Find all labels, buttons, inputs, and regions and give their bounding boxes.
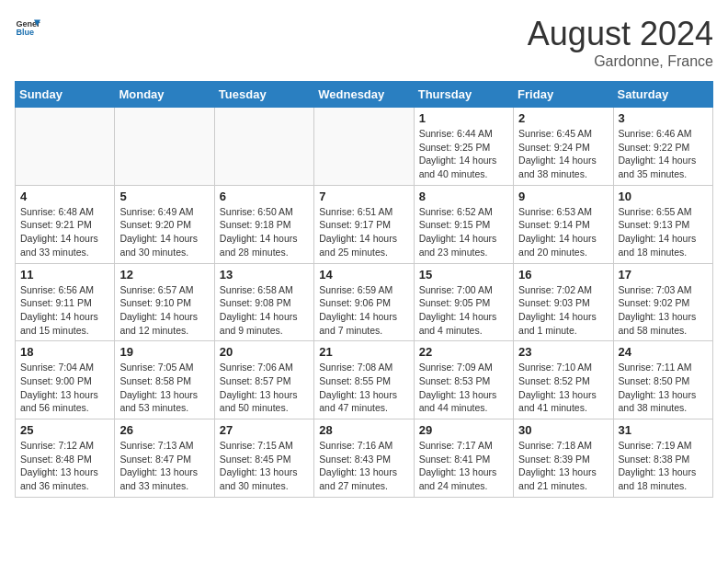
day-number: 9 <box>518 190 608 203</box>
day-number: 18 <box>20 345 109 359</box>
calendar-week-row: 1Sunrise: 6:44 AM Sunset: 9:25 PM Daylig… <box>16 108 713 186</box>
day-number: 29 <box>419 423 508 437</box>
day-number: 30 <box>518 423 608 437</box>
day-info: Sunrise: 7:08 AM Sunset: 8:55 PM Dayligh… <box>319 361 408 415</box>
table-row: 21Sunrise: 7:08 AM Sunset: 8:55 PM Dayli… <box>314 341 414 419</box>
table-row: 6Sunrise: 6:50 AM Sunset: 9:18 PM Daylig… <box>214 185 313 263</box>
day-info: Sunrise: 7:04 AM Sunset: 9:00 PM Dayligh… <box>20 361 109 415</box>
month-title: August 2024 <box>528 15 713 53</box>
calendar-week-row: 18Sunrise: 7:04 AM Sunset: 9:00 PM Dayli… <box>16 341 713 419</box>
day-info: Sunrise: 6:46 AM Sunset: 9:22 PM Dayligh… <box>619 127 708 181</box>
day-info: Sunrise: 7:10 AM Sunset: 8:52 PM Dayligh… <box>518 361 608 415</box>
day-number: 26 <box>119 423 209 437</box>
day-number: 7 <box>319 190 408 203</box>
day-number: 25 <box>20 423 109 437</box>
day-number: 31 <box>619 423 708 437</box>
day-number: 28 <box>319 423 408 437</box>
header-saturday: Saturday <box>613 82 712 108</box>
day-info: Sunrise: 7:00 AM Sunset: 9:05 PM Dayligh… <box>419 283 508 338</box>
day-info: Sunrise: 6:51 AM Sunset: 9:17 PM Dayligh… <box>319 205 408 259</box>
table-row: 8Sunrise: 6:52 AM Sunset: 9:15 PM Daylig… <box>414 185 513 263</box>
day-info: Sunrise: 7:16 AM Sunset: 8:43 PM Dayligh… <box>319 439 408 493</box>
day-number: 22 <box>419 345 508 359</box>
svg-text:Blue: Blue <box>16 28 34 37</box>
day-info: Sunrise: 7:19 AM Sunset: 8:38 PM Dayligh… <box>619 439 708 493</box>
table-row: 19Sunrise: 7:05 AM Sunset: 8:58 PM Dayli… <box>115 341 214 419</box>
day-info: Sunrise: 6:57 AM Sunset: 9:10 PM Dayligh… <box>119 283 209 338</box>
day-number: 4 <box>20 190 109 203</box>
day-info: Sunrise: 6:44 AM Sunset: 9:25 PM Dayligh… <box>419 127 508 181</box>
day-info: Sunrise: 7:02 AM Sunset: 9:03 PM Dayligh… <box>518 283 608 338</box>
day-number: 1 <box>419 111 508 125</box>
day-number: 13 <box>220 268 309 282</box>
day-info: Sunrise: 7:17 AM Sunset: 8:41 PM Dayligh… <box>419 439 508 493</box>
day-info: Sunrise: 6:45 AM Sunset: 9:24 PM Dayligh… <box>518 127 608 181</box>
header-friday: Friday <box>514 82 613 108</box>
day-number: 17 <box>619 268 708 282</box>
table-row: 18Sunrise: 7:04 AM Sunset: 9:00 PM Dayli… <box>16 341 115 419</box>
day-info: Sunrise: 6:58 AM Sunset: 9:08 PM Dayligh… <box>220 283 309 338</box>
table-row: 14Sunrise: 6:59 AM Sunset: 9:06 PM Dayli… <box>314 263 414 341</box>
day-info: Sunrise: 7:11 AM Sunset: 8:50 PM Dayligh… <box>619 361 708 415</box>
table-row: 26Sunrise: 7:13 AM Sunset: 8:47 PM Dayli… <box>115 419 214 498</box>
table-row: 3Sunrise: 6:46 AM Sunset: 9:22 PM Daylig… <box>613 108 712 186</box>
header-monday: Monday <box>115 82 214 108</box>
table-row: 22Sunrise: 7:09 AM Sunset: 8:53 PM Dayli… <box>414 341 513 419</box>
day-number: 3 <box>619 111 708 125</box>
day-info: Sunrise: 7:09 AM Sunset: 8:53 PM Dayligh… <box>419 361 508 415</box>
table-row: 16Sunrise: 7:02 AM Sunset: 9:03 PM Dayli… <box>514 263 613 341</box>
day-number: 23 <box>518 345 608 359</box>
day-number: 14 <box>319 268 408 282</box>
table-row <box>314 108 414 186</box>
table-row: 20Sunrise: 7:06 AM Sunset: 8:57 PM Dayli… <box>214 341 313 419</box>
table-row: 9Sunrise: 6:53 AM Sunset: 9:14 PM Daylig… <box>514 185 613 263</box>
logo-icon: General Blue <box>15 15 40 40</box>
day-number: 11 <box>20 268 109 282</box>
location: Gardonne, France <box>528 53 713 70</box>
logo: General Blue <box>15 15 40 40</box>
day-info: Sunrise: 6:52 AM Sunset: 9:15 PM Dayligh… <box>419 205 508 259</box>
calendar-week-row: 11Sunrise: 6:56 AM Sunset: 9:11 PM Dayli… <box>16 263 713 341</box>
calendar-table: Sunday Monday Tuesday Wednesday Thursday… <box>15 81 713 498</box>
day-number: 12 <box>119 268 209 282</box>
header-sunday: Sunday <box>16 82 115 108</box>
day-info: Sunrise: 6:48 AM Sunset: 9:21 PM Dayligh… <box>20 205 109 259</box>
day-info: Sunrise: 7:03 AM Sunset: 9:02 PM Dayligh… <box>619 283 708 338</box>
day-number: 19 <box>119 345 209 359</box>
table-row: 28Sunrise: 7:16 AM Sunset: 8:43 PM Dayli… <box>314 419 414 498</box>
table-row: 29Sunrise: 7:17 AM Sunset: 8:41 PM Dayli… <box>414 419 513 498</box>
day-number: 5 <box>119 190 209 203</box>
day-number: 16 <box>518 268 608 282</box>
day-info: Sunrise: 7:12 AM Sunset: 8:48 PM Dayligh… <box>20 439 109 493</box>
calendar-week-row: 4Sunrise: 6:48 AM Sunset: 9:21 PM Daylig… <box>16 185 713 263</box>
page-header: General Blue August 2024 Gardonne, Franc… <box>15 15 713 70</box>
header-thursday: Thursday <box>414 82 513 108</box>
table-row: 24Sunrise: 7:11 AM Sunset: 8:50 PM Dayli… <box>613 341 712 419</box>
day-info: Sunrise: 7:15 AM Sunset: 8:45 PM Dayligh… <box>220 439 309 493</box>
table-row: 17Sunrise: 7:03 AM Sunset: 9:02 PM Dayli… <box>613 263 712 341</box>
table-row: 12Sunrise: 6:57 AM Sunset: 9:10 PM Dayli… <box>115 263 214 341</box>
day-info: Sunrise: 6:53 AM Sunset: 9:14 PM Dayligh… <box>518 205 608 259</box>
day-number: 20 <box>220 345 309 359</box>
title-area: August 2024 Gardonne, France <box>528 15 713 70</box>
table-row: 2Sunrise: 6:45 AM Sunset: 9:24 PM Daylig… <box>514 108 613 186</box>
header-wednesday: Wednesday <box>314 82 414 108</box>
table-row: 10Sunrise: 6:55 AM Sunset: 9:13 PM Dayli… <box>613 185 712 263</box>
day-number: 2 <box>518 111 608 125</box>
day-info: Sunrise: 6:59 AM Sunset: 9:06 PM Dayligh… <box>319 283 408 338</box>
day-info: Sunrise: 6:56 AM Sunset: 9:11 PM Dayligh… <box>20 283 109 338</box>
table-row: 15Sunrise: 7:00 AM Sunset: 9:05 PM Dayli… <box>414 263 513 341</box>
header-tuesday: Tuesday <box>214 82 313 108</box>
table-row: 30Sunrise: 7:18 AM Sunset: 8:39 PM Dayli… <box>514 419 613 498</box>
table-row: 25Sunrise: 7:12 AM Sunset: 8:48 PM Dayli… <box>16 419 115 498</box>
table-row: 23Sunrise: 7:10 AM Sunset: 8:52 PM Dayli… <box>514 341 613 419</box>
table-row: 27Sunrise: 7:15 AM Sunset: 8:45 PM Dayli… <box>214 419 313 498</box>
calendar-header-row: Sunday Monday Tuesday Wednesday Thursday… <box>16 82 713 108</box>
table-row: 11Sunrise: 6:56 AM Sunset: 9:11 PM Dayli… <box>16 263 115 341</box>
day-number: 15 <box>419 268 508 282</box>
table-row: 4Sunrise: 6:48 AM Sunset: 9:21 PM Daylig… <box>16 185 115 263</box>
day-info: Sunrise: 6:55 AM Sunset: 9:13 PM Dayligh… <box>619 205 708 259</box>
calendar-week-row: 25Sunrise: 7:12 AM Sunset: 8:48 PM Dayli… <box>16 419 713 498</box>
day-number: 27 <box>220 423 309 437</box>
day-info: Sunrise: 6:49 AM Sunset: 9:20 PM Dayligh… <box>119 205 209 259</box>
